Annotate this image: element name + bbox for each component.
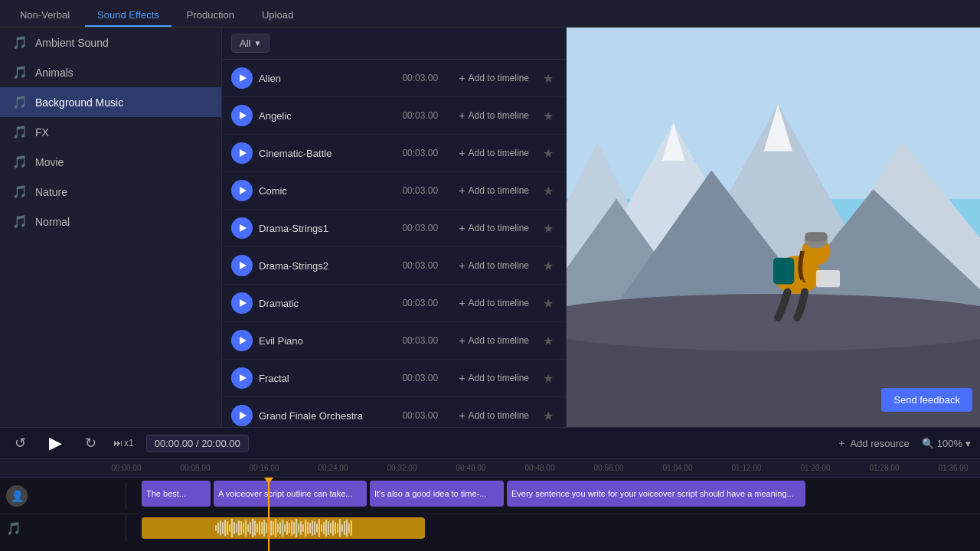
subtitle-clip[interactable]: Every sentence you write for your voiceo… — [507, 481, 805, 507]
audio-track-content — [126, 514, 980, 542]
track-name: Evil Piano — [259, 335, 396, 347]
ruler-mark: 01:04.00 — [663, 464, 693, 472]
favorite-button[interactable]: ★ — [540, 370, 557, 387]
plus-icon: + — [459, 72, 465, 84]
tab-production[interactable]: Production — [175, 5, 247, 27]
track-play-button[interactable] — [231, 180, 253, 201]
music-note-icon: 🎵 — [6, 521, 21, 536]
wave-bar — [335, 522, 336, 534]
sidebar-item-fx[interactable]: 🎵 FX — [0, 117, 221, 147]
sidebar-item-normal[interactable]: 🎵 Normal — [0, 207, 221, 236]
sidebar: 🎵 Ambient Sound 🎵 Animals 🎵 Background M… — [0, 28, 222, 427]
play-button[interactable]: ▶ — [43, 431, 67, 455]
track-name: Dramatic — [259, 298, 396, 309]
track-play-button[interactable] — [231, 330, 253, 351]
add-resource-label: Add resource — [850, 438, 909, 449]
favorite-button[interactable]: ★ — [540, 182, 557, 200]
track-play-button[interactable] — [231, 217, 253, 239]
wave-bar — [312, 520, 313, 536]
favorite-button[interactable]: ★ — [540, 407, 557, 425]
track-play-button[interactable] — [231, 292, 253, 314]
ruler-mark: 00:32.00 — [387, 464, 417, 472]
tab-sound-effects[interactable]: Sound Effects — [85, 5, 172, 27]
svg-rect-17 — [816, 270, 840, 287]
track-duration: 00:03.00 — [402, 185, 448, 196]
sidebar-item-ambient-sound[interactable]: 🎵 Ambient Sound — [0, 28, 221, 57]
track-name: Angelic — [259, 110, 396, 122]
filter-dropdown[interactable]: All ▼ — [231, 34, 270, 53]
favorite-button[interactable]: ★ — [540, 295, 557, 312]
add-to-timeline-button[interactable]: + Add to timeline — [454, 220, 534, 236]
time-value: 00:00.00 / 20:00.00 — [155, 438, 240, 449]
zoom-control[interactable]: 🔍 100% ▾ — [922, 438, 971, 449]
add-to-timeline-button[interactable]: + Add to timeline — [454, 70, 534, 86]
favorite-button[interactable]: ★ — [540, 220, 557, 237]
timeline-playhead[interactable] — [268, 478, 270, 551]
rewind-button[interactable]: ↺ — [9, 432, 31, 454]
wave-bar — [220, 520, 221, 536]
sidebar-item-animals[interactable]: 🎵 Animals — [0, 57, 221, 87]
tab-non-verbal[interactable]: Non-Verbal — [8, 5, 82, 27]
speed-control[interactable]: ⏭ x1 — [113, 438, 134, 448]
track-duration: 00:03.00 — [402, 148, 448, 158]
add-to-timeline-button[interactable]: + Add to timeline — [454, 258, 534, 273]
sidebar-item-nature[interactable]: 🎵 Nature — [0, 177, 221, 207]
subtitle-clip[interactable]: It's also a good idea to time-... — [370, 481, 504, 507]
music-icon: 🎵 — [12, 184, 28, 199]
track-name: Drama-Strings1 — [259, 223, 396, 234]
favorite-button[interactable]: ★ — [540, 70, 557, 87]
wave-bar — [243, 523, 244, 533]
add-to-timeline-button[interactable]: + Add to timeline — [454, 183, 534, 198]
track-duration: 00:03.00 — [402, 373, 448, 383]
track-play-button[interactable] — [231, 367, 253, 389]
track-play-button[interactable] — [231, 105, 253, 126]
wave-bar — [305, 520, 306, 536]
track-play-button[interactable] — [231, 67, 253, 89]
add-to-timeline-button[interactable]: + Add to timeline — [454, 108, 534, 123]
wave-bar — [227, 521, 228, 535]
add-resource-button[interactable]: ＋ Add resource — [837, 436, 909, 450]
sidebar-label-movie: Movie — [35, 156, 64, 168]
add-to-timeline-button[interactable]: + Add to timeline — [454, 408, 534, 423]
favorite-button[interactable]: ★ — [540, 107, 557, 125]
subtitle-clip[interactable]: The best... — [142, 481, 211, 507]
audio-track-label: 🎵 — [0, 514, 126, 542]
add-to-timeline-button[interactable]: + Add to timeline — [454, 370, 534, 386]
ruler-mark: 00:00.00 — [112, 464, 142, 472]
sidebar-item-movie[interactable]: 🎵 Movie — [0, 147, 221, 177]
add-to-timeline-button[interactable]: + Add to timeline — [454, 145, 534, 161]
track-item: Drama-Strings1 00:03.00 + Add to timelin… — [222, 210, 566, 247]
favorite-button[interactable]: ★ — [540, 257, 557, 275]
zoom-icon: 🔍 — [922, 438, 934, 449]
wave-bar — [307, 522, 309, 534]
wave-bar — [323, 522, 325, 534]
center-panel: All ▼ Alien 00:03.00 + Add to timeline ★… — [222, 28, 567, 427]
tab-upload[interactable]: Upload — [250, 5, 305, 27]
send-feedback-button[interactable]: Send feedback — [881, 388, 972, 412]
forward-button[interactable]: ↻ — [80, 432, 101, 454]
ruler-mark: 01:20.00 — [801, 464, 831, 472]
add-to-timeline-button[interactable]: + Add to timeline — [454, 333, 534, 348]
sidebar-label-normal: Normal — [35, 216, 70, 228]
wave-bar — [266, 523, 267, 533]
track-duration: 00:03.00 — [402, 110, 448, 121]
track-play-button[interactable] — [231, 142, 253, 164]
music-icon: 🎵 — [12, 65, 28, 80]
sidebar-item-background-music[interactable]: 🎵 Background Music — [0, 87, 221, 117]
subtitle-clip[interactable]: A voiceover script outline can take... — [214, 481, 367, 507]
wave-bar — [224, 520, 226, 536]
track-play-button[interactable] — [231, 255, 253, 276]
audio-clip[interactable] — [142, 517, 425, 539]
wave-bar — [263, 520, 265, 536]
wave-bar — [339, 519, 341, 537]
favorite-button[interactable]: ★ — [540, 145, 557, 162]
ruler-mark: 00:08.00 — [181, 464, 211, 472]
music-icon: 🎵 — [12, 125, 28, 139]
favorite-button[interactable]: ★ — [540, 332, 557, 350]
track-name: Cinematic-Battle — [259, 148, 396, 159]
wave-bar — [344, 521, 345, 535]
add-to-timeline-button[interactable]: + Add to timeline — [454, 295, 534, 311]
track-play-button[interactable] — [231, 405, 253, 426]
wave-bar — [348, 523, 350, 533]
wave-bar — [245, 520, 247, 536]
